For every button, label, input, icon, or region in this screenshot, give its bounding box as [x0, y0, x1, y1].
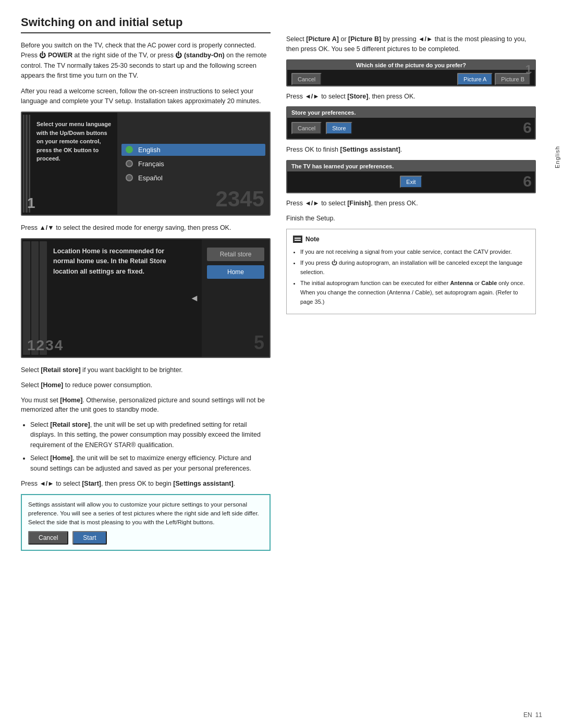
- lang-french-label: Français: [138, 160, 164, 168]
- bullet-item-home: Select [Home], the unit will be set to m…: [30, 453, 271, 474]
- picture-ab-group: Picture A Picture B: [457, 73, 531, 85]
- bullet-list: Select [Retail store], the unit will be …: [21, 420, 271, 474]
- set-home-note-text: You must set [Home]. Otherwise, personal…: [21, 396, 271, 415]
- radio-spanish: [126, 174, 133, 181]
- lang-english-label: English: [138, 146, 161, 154]
- location-screen-num-left: 1234: [27, 337, 64, 354]
- tv-screen-buttons: Exit: [287, 171, 535, 192]
- location-instruction: Location Home is recommended for normal …: [48, 239, 187, 357]
- intro-para1: Before you switch on the TV, check that …: [21, 41, 271, 81]
- screen-num-right: 2345: [216, 187, 264, 212]
- footer-en-label: EN: [523, 711, 532, 719]
- lang-option-spanish[interactable]: Español: [126, 174, 261, 182]
- vbar-1: [23, 115, 25, 213]
- note-item-1: If you are not receiving a signal from y…: [300, 248, 529, 257]
- store-store-button[interactable]: Store: [326, 122, 352, 134]
- picture-screen: Which side of the picture do you prefer?…: [286, 59, 536, 87]
- lang-option-english[interactable]: English: [121, 144, 265, 156]
- note-item-2: If you press ⏻ during autoprogram, an in…: [300, 258, 529, 277]
- settings-assistant-buttons: Cancel Start: [28, 531, 263, 545]
- retail-store-button[interactable]: Retail store: [207, 248, 264, 261]
- picture-a-button[interactable]: Picture A: [457, 73, 493, 85]
- press-finish-text: Press ◄/► to select [Finish], then press…: [286, 199, 536, 208]
- settings-start-button[interactable]: Start: [72, 531, 106, 545]
- location-screen-num-right: 5: [254, 332, 264, 354]
- location-screen: Location Home is recommended for normal …: [21, 238, 271, 358]
- press-ok-finish-text: Press OK to finish [Settings assistant].: [286, 145, 536, 155]
- settings-assistant-text: Settings assistant will allow you to cus…: [28, 501, 259, 526]
- footer-page-number: 11: [535, 711, 542, 719]
- select-picture-text: Select [Picture A] or [Picture B] by pre…: [286, 34, 536, 54]
- screen-num-left: 1: [27, 195, 35, 212]
- press-updown-text: Press ▲/▼ to select the desired mode for…: [21, 223, 271, 233]
- store-screen-num: 6: [523, 119, 532, 137]
- store-cancel-button[interactable]: Cancel: [291, 122, 322, 134]
- select-retail-text: Select [Retail store] if you want backli…: [21, 365, 271, 375]
- side-tab-label: English: [554, 146, 560, 168]
- press-store-text: Press ◄/► to select [Store], then press …: [286, 92, 536, 102]
- store-screen: Store your preferences. Cancel Store 6: [286, 106, 536, 140]
- select-home-text: Select [Home] to reduce power consumptio…: [21, 380, 271, 390]
- page-title: Switching on and initial setup: [21, 16, 271, 33]
- store-screen-title: Store your preferences.: [287, 107, 535, 118]
- note-item-3: The initial autoprogram function can be …: [300, 279, 529, 306]
- radio-english: [126, 146, 133, 153]
- right-column: Select [Picture A] or [Picture B] by pre…: [286, 16, 536, 712]
- picture-screen-num: 1: [525, 63, 532, 76]
- finish-setup-text: Finish the Setup.: [286, 214, 536, 224]
- picture-screen-title: Which side of the picture do you prefer?: [287, 60, 535, 70]
- home-button[interactable]: Home: [207, 265, 264, 279]
- lang-instruction-text: Select your menu language with the Up/Do…: [36, 120, 112, 163]
- note-icon: [293, 236, 302, 243]
- exit-button[interactable]: Exit: [400, 176, 422, 188]
- note-box: Note If you are not receiving a signal f…: [286, 229, 536, 315]
- side-language-tab: English: [552, 0, 563, 728]
- tv-learned-screen: The TV has learned your preferences. Exi…: [286, 160, 536, 193]
- lang-option-french[interactable]: Français: [126, 160, 261, 168]
- picture-screen-buttons: Cancel Picture A Picture B: [287, 70, 535, 87]
- note-list: If you are not receiving a signal from y…: [293, 248, 529, 307]
- lang-spanish-label: Español: [138, 174, 163, 182]
- tv-screen-title: The TV has learned your preferences.: [287, 161, 535, 171]
- tv-screen-num: 6: [523, 172, 532, 190]
- note-label: Note: [305, 235, 320, 244]
- page-footer: EN 11: [523, 711, 542, 719]
- settings-cancel-button[interactable]: Cancel: [28, 531, 68, 545]
- settings-assistant-box: Settings assistant will allow you to cus…: [21, 494, 271, 551]
- note-title: Note: [293, 235, 529, 244]
- language-screen: Select your menu language with the Up/Do…: [21, 112, 271, 216]
- left-column: Switching on and initial setup Before yo…: [21, 16, 271, 712]
- store-screen-buttons: Cancel Store: [287, 118, 535, 139]
- location-arrow-icon: ◄: [187, 239, 202, 357]
- intro-para2: After you read a welcome screen, follow …: [21, 87, 271, 107]
- press-start-text: Press ◄/► to select [Start], then press …: [21, 479, 271, 489]
- radio-french: [126, 160, 133, 167]
- bullet-item-retail: Select [Retail store], the unit will be …: [30, 420, 271, 450]
- picture-cancel-button[interactable]: Cancel: [291, 73, 322, 85]
- location-text: Location Home is recommended for normal …: [53, 246, 182, 277]
- lang-instruction-panel: Select your menu language with the Up/Do…: [31, 113, 117, 215]
